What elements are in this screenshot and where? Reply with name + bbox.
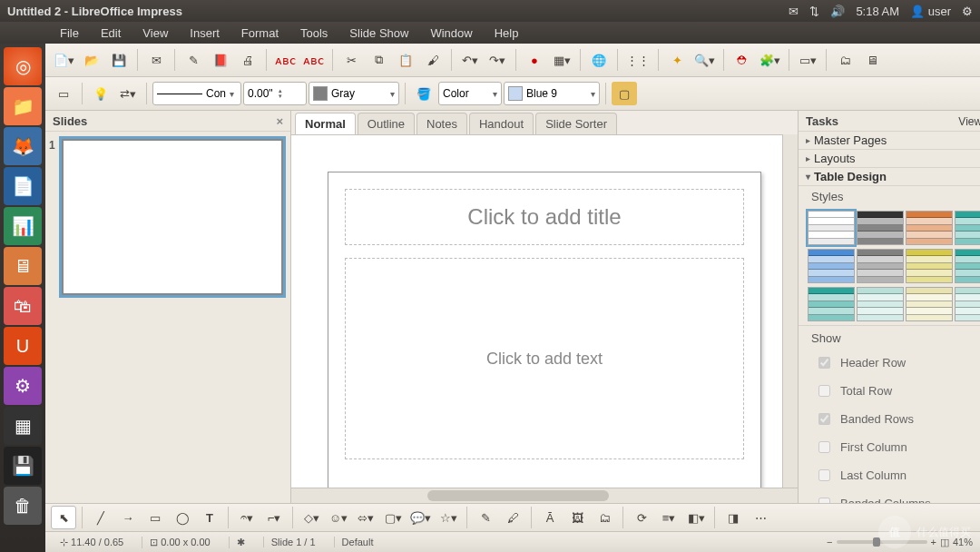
stars-tool[interactable]: ☆▾: [436, 506, 461, 529]
connector-tool[interactable]: ⌐▾: [261, 506, 287, 529]
slide-canvas[interactable]: Click to add title Click to add text: [291, 135, 798, 488]
zoom-fit-icon[interactable]: ◫: [940, 537, 949, 548]
gallery-tool[interactable]: 🗂: [592, 506, 617, 529]
mail-icon[interactable]: ✉: [789, 5, 799, 18]
section-table-design[interactable]: ▾Table Design: [799, 168, 980, 186]
slide-thumbnail[interactable]: 1: [62, 139, 283, 295]
vertical-scrollbar[interactable]: [782, 134, 798, 488]
content-placeholder[interactable]: Click to add text: [345, 258, 744, 459]
opt-last-column[interactable]: Last Column: [799, 461, 980, 489]
line-tool[interactable]: ╱: [88, 506, 113, 529]
menu-file[interactable]: File: [51, 25, 88, 42]
table-style-option[interactable]: [906, 249, 953, 283]
new-button[interactable]: 📄▾: [51, 48, 77, 72]
line-width-input[interactable]: 0.00"▴▾: [243, 82, 307, 105]
title-placeholder[interactable]: Click to add title: [345, 189, 744, 245]
menu-tools[interactable]: Tools: [291, 25, 337, 42]
copy-button[interactable]: ⧉: [366, 48, 391, 72]
curve-tool[interactable]: 𝄐▾: [234, 506, 260, 529]
fontwork-tool[interactable]: Ā: [537, 506, 563, 529]
power-icon[interactable]: ⚙: [962, 5, 973, 18]
cut-button[interactable]: ✂: [338, 48, 364, 72]
launcher-firefox[interactable]: 🦊: [4, 127, 42, 165]
pdf-export-button[interactable]: 📕: [208, 48, 233, 72]
table-style-option[interactable]: [906, 211, 953, 245]
grid-button[interactable]: ⋮⋮: [623, 48, 652, 72]
rectangle-tool[interactable]: ▭: [142, 506, 168, 529]
zoom-in-icon[interactable]: +: [931, 537, 936, 547]
tab-handout[interactable]: Handout: [469, 113, 534, 134]
table-style-option[interactable]: [808, 287, 855, 321]
fill-type-select[interactable]: Color▾: [438, 82, 502, 105]
launcher-device[interactable]: 💾: [4, 447, 42, 485]
shadow-toggle[interactable]: ▢: [612, 82, 637, 105]
edit-toggle[interactable]: ✎: [181, 48, 206, 72]
callouts-tool[interactable]: 💬▾: [407, 506, 434, 529]
redo-button[interactable]: ↷▾: [485, 48, 510, 72]
horizontal-scrollbar[interactable]: [291, 488, 798, 503]
sound-icon[interactable]: 🔊: [830, 5, 845, 18]
help-button[interactable]: ⛑: [730, 48, 755, 72]
tab-outline[interactable]: Outline: [358, 113, 415, 134]
launcher-files[interactable]: 📁: [4, 87, 42, 125]
fill-color-select[interactable]: Blue 9▾: [504, 82, 600, 105]
gluepoints-tool[interactable]: 🖊: [500, 506, 525, 529]
close-icon[interactable]: ×: [276, 114, 283, 128]
menu-format[interactable]: Format: [232, 25, 288, 42]
ellipse-tool[interactable]: ◯: [170, 506, 195, 529]
table-style-option[interactable]: [955, 211, 980, 245]
menu-insert[interactable]: Insert: [181, 25, 229, 42]
table-style-option[interactable]: [857, 211, 904, 245]
opt-total-row[interactable]: Total Row: [799, 377, 980, 405]
slide-button[interactable]: ▭▾: [795, 48, 820, 72]
launcher-ubuntuone[interactable]: U: [4, 327, 42, 365]
slide-design-button[interactable]: 🗂: [832, 48, 858, 72]
presentation-button[interactable]: 🖥: [859, 48, 885, 72]
table-style-option[interactable]: [808, 211, 855, 245]
select-tool[interactable]: ⬉: [51, 506, 76, 529]
table-style-option[interactable]: [857, 287, 904, 321]
gluepoints-button[interactable]: ⇄▾: [115, 82, 141, 105]
zoom-slider[interactable]: − + ◫ 41%: [827, 537, 973, 548]
opt-banded-columns[interactable]: Banded Columns: [799, 489, 980, 503]
autospell-button[interactable]: ᴀʙᴄ: [300, 48, 327, 72]
from-file-tool[interactable]: 🖼: [564, 506, 590, 529]
spelling-button[interactable]: ᴀʙᴄ: [272, 48, 299, 72]
menu-view[interactable]: View: [133, 25, 177, 42]
launcher-workspace[interactable]: ▦: [4, 407, 42, 445]
flowchart-tool[interactable]: ▢▾: [380, 506, 406, 529]
align-tool[interactable]: ≡▾: [656, 506, 681, 529]
section-layouts[interactable]: ▸Layouts: [799, 150, 980, 168]
zoom-button[interactable]: 🔍▾: [691, 48, 718, 72]
tab-notes[interactable]: Notes: [416, 113, 467, 134]
opt-first-column[interactable]: First Column: [799, 433, 980, 461]
tab-slidesorter[interactable]: Slide Sorter: [535, 113, 617, 134]
arrow-tool[interactable]: →: [115, 506, 141, 529]
save-button[interactable]: 💾: [106, 48, 132, 72]
extension-button[interactable]: 🧩▾: [757, 48, 783, 72]
opt-banded-rows[interactable]: Banded Rows: [799, 405, 980, 433]
block-arrows-tool[interactable]: ⬄▾: [353, 506, 378, 529]
slide[interactable]: Click to add title Click to add text: [328, 172, 761, 488]
arrange-tool[interactable]: ◧▾: [683, 506, 709, 529]
zoom-out-icon[interactable]: −: [827, 537, 832, 547]
network-icon[interactable]: ⇅: [809, 5, 819, 18]
launcher-writer[interactable]: 📄: [4, 167, 42, 205]
navigator-button[interactable]: ✦: [664, 48, 690, 72]
undo-button[interactable]: ↶▾: [457, 48, 483, 72]
clone-format-button[interactable]: 🖌: [420, 48, 446, 72]
slides-thumbnail-list[interactable]: 1: [45, 132, 290, 503]
text-tool[interactable]: T: [197, 506, 222, 529]
rotate-tool[interactable]: ⟳: [629, 506, 654, 529]
clock[interactable]: 5:18 AM: [856, 5, 899, 18]
hyperlink-button[interactable]: 🌐: [586, 48, 612, 72]
table-button[interactable]: ▦▾: [549, 48, 574, 72]
chart-button[interactable]: ●: [522, 48, 547, 72]
launcher-dash[interactable]: ◎: [4, 47, 42, 85]
launcher-trash[interactable]: 🗑: [4, 487, 42, 525]
launcher-impress[interactable]: 🖥: [4, 247, 42, 285]
section-master-pages[interactable]: ▸Master Pages: [799, 132, 980, 150]
table-style-option[interactable]: [857, 249, 904, 283]
menu-slideshow[interactable]: Slide Show: [340, 25, 417, 42]
table-style-option[interactable]: [906, 287, 953, 321]
